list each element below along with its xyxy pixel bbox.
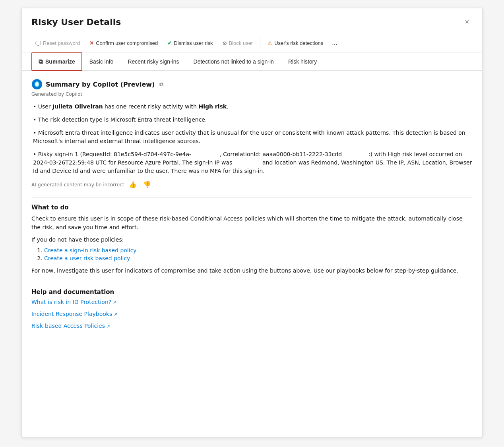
bullet-2: The risk detection type is Microsoft Ent…	[31, 116, 473, 124]
dismiss-risk-button[interactable]: ✔ Dismiss user risk	[163, 38, 217, 48]
section-divider-2	[31, 282, 473, 282]
block-user-button[interactable]: ⊘ Block user	[219, 38, 257, 48]
help-link-1[interactable]: What is risk in ID Protection?	[31, 299, 473, 305]
content-area: Summary by Copilot (Preview) ⧉ Generated…	[22, 71, 482, 343]
what-to-do-section: What to do Check to ensure this user is …	[31, 204, 473, 275]
toolbar-divider	[260, 38, 260, 48]
bullet-3: Microsoft Entra threat intelligence indi…	[31, 129, 473, 145]
reset-password-button[interactable]: Reset password	[31, 38, 84, 48]
help-link-2[interactable]: Incident Response Playbooks	[31, 311, 473, 317]
copy-icon[interactable]: ⧉	[158, 80, 165, 89]
what-to-do-paragraph1: Check to ensure this user is in scope of…	[31, 214, 473, 232]
what-to-do-paragraph2: If you do not have those policies:	[31, 235, 473, 244]
checkmark-icon: ✔	[167, 40, 172, 46]
risk-detections-button[interactable]: ⚠ User's risk detections	[264, 38, 327, 48]
toolbar: Reset password ✕ Confirm user compromise…	[22, 34, 482, 52]
policy-list: Create a sign-in risk based policy Creat…	[44, 247, 473, 261]
risky-user-details-panel: Risky User Details × Reset password ✕ Co…	[21, 8, 483, 437]
feedback-row: AI-generated content may be incorrect 👍 …	[31, 180, 473, 189]
help-title: Help and documentation	[31, 288, 473, 296]
reset-icon	[35, 40, 41, 46]
tab-basic-info[interactable]: Basic info	[82, 53, 121, 70]
section-divider-1	[31, 197, 473, 197]
policy-item-2: Create a user risk based policy	[44, 255, 473, 261]
block-icon: ⊘	[223, 40, 227, 46]
summarize-icon: ⧉	[39, 58, 43, 65]
bullet-4: Risky sign-in 1 (RequestId: 81e5c594-d70…	[31, 150, 473, 175]
bullet-1: User Julieta Oliveiran has one recent ri…	[31, 103, 473, 111]
what-to-do-title: What to do	[31, 204, 473, 211]
tab-summarize[interactable]: ⧉ Summarize	[31, 52, 82, 71]
what-to-do-paragraph3: For now, investigate this user for indic…	[31, 266, 473, 275]
thumbs-down-button[interactable]: 👎	[142, 180, 153, 189]
help-link-3[interactable]: Risk-based Access Policies	[31, 323, 473, 329]
close-button[interactable]: ×	[461, 16, 473, 27]
panel-header: Risky User Details ×	[22, 8, 482, 34]
tab-recent-risky[interactable]: Recent risky sign-ins	[120, 53, 186, 70]
summary-header: Summary by Copilot (Preview) ⧉	[31, 79, 473, 90]
copilot-icon	[31, 79, 43, 90]
generated-by-label: Generated by Copilot	[31, 91, 473, 97]
policy-item-1: Create a sign-in risk based policy	[44, 247, 473, 253]
create-signin-policy-link[interactable]: Create a sign-in risk based policy	[44, 247, 137, 253]
tab-bar: ⧉ Summarize Basic info Recent risky sign…	[22, 52, 482, 71]
help-section: Help and documentation What is risk in I…	[31, 288, 473, 329]
summary-bullets: User Julieta Oliveiran has one recent ri…	[31, 103, 473, 175]
create-user-policy-link[interactable]: Create a user risk based policy	[44, 255, 130, 261]
more-options-button[interactable]: ...	[329, 37, 340, 49]
tab-risk-history[interactable]: Risk history	[281, 53, 324, 70]
x-icon: ✕	[89, 40, 94, 46]
tab-detections[interactable]: Detections not linked to a sign-in	[186, 53, 281, 70]
thumbs-up-button[interactable]: 👍	[127, 180, 138, 189]
feedback-text: AI-generated content may be incorrect	[31, 182, 124, 188]
panel-title: Risky User Details	[31, 17, 121, 27]
summary-title: Summary by Copilot (Preview)	[46, 81, 155, 88]
warning-icon: ⚠	[268, 40, 272, 46]
confirm-compromised-button[interactable]: ✕ Confirm user compromised	[85, 38, 162, 48]
